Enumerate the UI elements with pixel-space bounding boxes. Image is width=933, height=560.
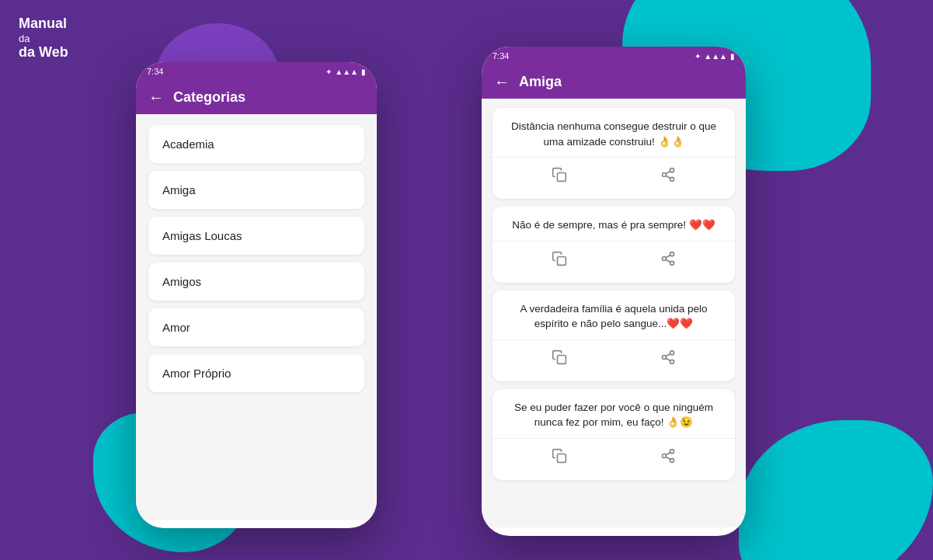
category-item-academia[interactable]: Academia <box>148 125 364 163</box>
category-item-amor-proprio[interactable]: Amor Próprio <box>148 354 364 392</box>
quote-text-3: A verdadeira família é aquela unida pelo… <box>505 301 722 332</box>
status-bar-right: 7:34 ✦ ▲▲▲ ▮ <box>482 47 746 65</box>
quote-text-2: Não é de sempre, mas é pra sempre! ❤️❤️ <box>505 217 722 233</box>
quote-actions-4 <box>505 445 722 474</box>
gps-icon-left: ✦ <box>326 68 332 76</box>
quote-actions-3 <box>505 346 722 375</box>
quote-card-2: Não é de sempre, mas é pra sempre! ❤️❤️ <box>493 207 735 283</box>
svg-line-22 <box>666 457 670 459</box>
gps-icon-right: ✦ <box>695 52 701 61</box>
quote-text-1: Distância nenhuma consegue destruir o qu… <box>505 119 722 149</box>
category-item-amigos[interactable]: Amigos <box>148 263 364 301</box>
svg-rect-0 <box>558 173 566 182</box>
phone-quotes: 7:34 ✦ ▲▲▲ ▮ ← Amiga Distância nenhuma c… <box>482 47 746 536</box>
category-item-amor[interactable]: Amor <box>148 308 364 346</box>
svg-rect-12 <box>558 355 566 363</box>
svg-line-16 <box>666 358 670 360</box>
signal-icon-right: ▲▲▲ <box>704 52 727 61</box>
amiga-header: ← Amiga <box>482 65 746 99</box>
back-button-left[interactable]: ← <box>148 89 164 106</box>
status-time-right: 7:34 <box>493 51 509 61</box>
category-item-amiga[interactable]: Amiga <box>148 171 364 209</box>
svg-rect-18 <box>558 454 566 462</box>
category-list: Academia Amiga Amigas Loucas Amigos Amor… <box>136 114 377 520</box>
divider-2 <box>493 241 735 242</box>
quote-card-1: Distância nenhuma consegue destruir o qu… <box>493 108 735 199</box>
quote-card-3: A verdadeira família é aquela unida pelo… <box>493 290 735 381</box>
status-icons-left: ✦ ▲▲▲ ▮ <box>326 68 366 76</box>
divider-1 <box>493 157 735 158</box>
battery-icon-right: ▮ <box>730 52 735 61</box>
signal-icon-left: ▲▲▲ <box>335 68 358 76</box>
copy-button-2[interactable] <box>536 248 583 273</box>
copy-button-1[interactable] <box>536 164 583 190</box>
svg-rect-6 <box>558 256 566 265</box>
logo: Manual da da Web <box>19 16 68 61</box>
status-bar-left: 7:34 ✦ ▲▲▲ ▮ <box>136 62 377 81</box>
copy-button-3[interactable] <box>536 346 583 372</box>
svg-line-23 <box>666 452 670 454</box>
svg-line-10 <box>666 259 670 262</box>
quote-list: Distância nenhuma consegue destruir o qu… <box>482 99 746 527</box>
logo-da: da <box>19 33 68 45</box>
copy-button-4[interactable] <box>536 445 583 471</box>
divider-4 <box>493 438 735 439</box>
back-button-right[interactable]: ← <box>494 73 510 91</box>
status-time-left: 7:34 <box>147 67 163 76</box>
share-button-3[interactable] <box>645 346 691 372</box>
svg-line-4 <box>666 176 670 178</box>
status-icons-right: ✦ ▲▲▲ ▮ <box>695 52 735 61</box>
divider-3 <box>493 339 735 340</box>
categories-title: Categorias <box>173 89 245 106</box>
svg-line-11 <box>666 255 670 257</box>
quote-actions-2 <box>505 248 722 277</box>
category-item-amigas-loucas[interactable]: Amigas Loucas <box>148 217 364 255</box>
amiga-title: Amiga <box>519 74 562 90</box>
share-button-4[interactable] <box>645 445 691 471</box>
blob-bottom-right <box>739 420 933 560</box>
quote-text-4: Se eu puder fazer por você o que ninguém… <box>505 400 722 430</box>
share-button-2[interactable] <box>645 248 691 273</box>
phone-categories: 7:34 ✦ ▲▲▲ ▮ ← Categorias Academia Amiga… <box>136 62 377 528</box>
svg-line-17 <box>666 353 670 356</box>
quote-card-4: Se eu puder fazer por você o que ninguém… <box>493 389 735 480</box>
logo-line1: Manual <box>19 16 68 33</box>
categories-header: ← Categorias <box>136 81 377 114</box>
battery-icon-left: ▮ <box>361 68 366 76</box>
share-button-1[interactable] <box>645 164 691 190</box>
logo-line2: da da Web <box>19 33 68 61</box>
svg-line-5 <box>666 172 670 174</box>
quote-actions-1 <box>505 164 722 193</box>
